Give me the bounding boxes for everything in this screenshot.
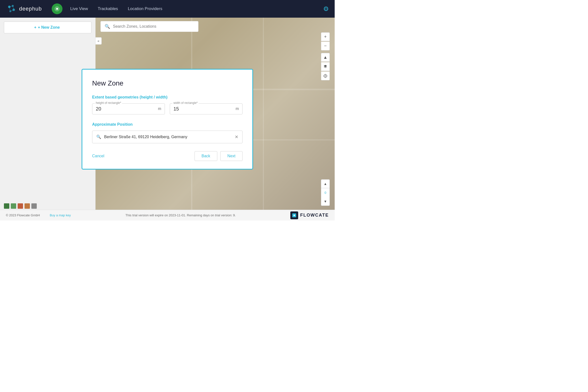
new-zone-dialog: New Zone Extent based geometries (height… bbox=[82, 69, 253, 170]
location-search-icon: 🔍 bbox=[96, 134, 101, 139]
nav-links: Live View Trackables Location Providers bbox=[70, 6, 323, 11]
logo-icon bbox=[6, 4, 17, 14]
location-search-wrap: 🔍 ✕ bbox=[92, 130, 242, 143]
cancel-button[interactable]: Cancel bbox=[92, 154, 104, 158]
dialog-actions: Cancel Back Next bbox=[92, 151, 242, 161]
nav-live-view[interactable]: Live View bbox=[70, 6, 88, 11]
logo-text: deephub bbox=[19, 6, 42, 12]
settings-icon[interactable]: ⚙ bbox=[323, 5, 329, 13]
dialog-overlay: New Zone Extent based geometries (height… bbox=[0, 18, 335, 220]
approx-section-label: Approximate Position bbox=[92, 122, 242, 127]
svg-point-8 bbox=[56, 8, 58, 10]
location-clear-button[interactable]: ✕ bbox=[235, 134, 238, 140]
dialog-title: New Zone bbox=[92, 80, 242, 87]
nav-trackables[interactable]: Trackables bbox=[98, 6, 118, 11]
width-field-group: width of rectangle* m bbox=[170, 104, 242, 114]
extent-section-label: Extent based geometries (height / width) bbox=[92, 95, 242, 100]
approx-position-section: Approximate Position 🔍 ✕ bbox=[92, 122, 242, 143]
height-input[interactable] bbox=[96, 106, 158, 112]
nav-location-providers[interactable]: Location Providers bbox=[128, 6, 162, 11]
height-unit: m bbox=[158, 106, 161, 111]
back-button[interactable]: Back bbox=[194, 151, 218, 161]
height-input-wrap: m bbox=[96, 106, 161, 112]
confirm-button-group: Back Next bbox=[194, 151, 242, 161]
logo-area: deephub bbox=[6, 4, 42, 14]
next-button[interactable]: Next bbox=[220, 151, 242, 161]
fields-row: height of rectangle* m width of rectangl… bbox=[92, 104, 242, 114]
navbar: deephub Live View Trackables Location Pr… bbox=[0, 0, 335, 18]
width-field-label: width of rectangle* bbox=[172, 101, 199, 104]
height-field-group: height of rectangle* m bbox=[92, 104, 165, 114]
signal-icon[interactable] bbox=[52, 4, 62, 14]
width-unit: m bbox=[236, 106, 239, 111]
location-search-input[interactable] bbox=[104, 135, 232, 139]
width-input-wrap: m bbox=[174, 106, 239, 112]
height-field-label: height of rectangle* bbox=[95, 101, 122, 104]
main-layout: ++ New Zone ▲ 🔍 « + − bbox=[0, 18, 335, 220]
width-input[interactable] bbox=[174, 106, 236, 112]
